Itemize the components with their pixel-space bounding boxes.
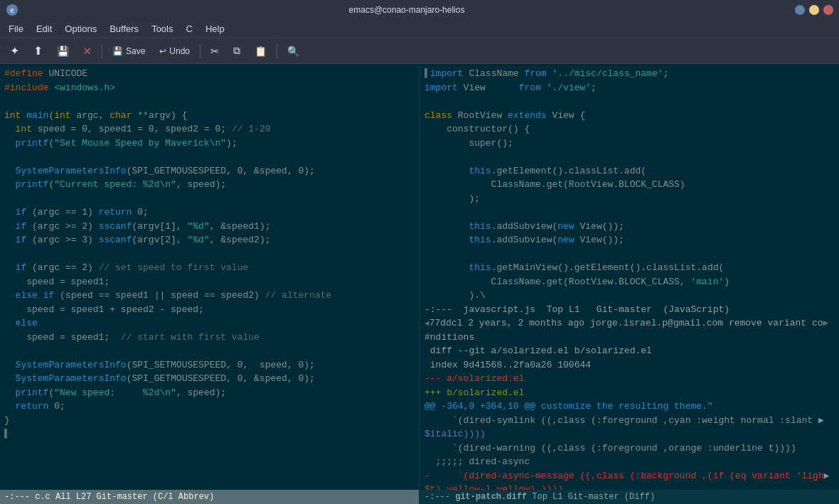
left-modeline-text: -:--- c.c All L27 Git-master (C/l Abbrev… xyxy=(4,492,214,502)
search-button[interactable]: 🔍 xyxy=(282,43,305,59)
close-file-icon: ✕ xyxy=(83,45,92,57)
undo-icon: ↩ xyxy=(159,46,166,56)
menu-help[interactable]: Help xyxy=(200,22,230,36)
menu-file[interactable]: File xyxy=(3,22,29,36)
menubar: File Edit Options Buffers Tools C Help xyxy=(0,20,839,38)
open-file-button[interactable]: ⬆ xyxy=(28,42,48,60)
paste-button[interactable]: 📋 xyxy=(249,43,272,59)
main-content: #define UNICODE #include <windows.h> int… xyxy=(0,64,839,504)
paste-icon: 📋 xyxy=(255,45,267,57)
save-icon: 💾 xyxy=(112,46,123,56)
menu-options[interactable]: Options xyxy=(59,22,102,36)
save-file-button[interactable]: 💾 xyxy=(51,43,75,59)
menu-tools[interactable]: Tools xyxy=(146,22,178,36)
left-code-content: #define UNICODE #include <windows.h> int… xyxy=(4,67,415,441)
save-label: Save xyxy=(126,46,145,56)
menu-c[interactable]: C xyxy=(180,22,198,36)
copy-button[interactable]: ⧉ xyxy=(228,43,246,59)
left-code-area[interactable]: #define UNICODE #include <windows.h> int… xyxy=(0,64,419,490)
new-file-button[interactable]: ✦ xyxy=(4,42,25,60)
open-file-icon: ⬆ xyxy=(33,44,43,58)
restore-button[interactable] xyxy=(809,5,819,15)
menu-buffers[interactable]: Buffers xyxy=(104,22,144,36)
svg-text:e: e xyxy=(10,7,14,15)
titlebar: e emacs@conao-manjaro-helios xyxy=(0,0,839,20)
toolbar-sep-3 xyxy=(277,44,277,58)
save-label-button[interactable]: 💾 Save xyxy=(107,44,151,58)
minimize-button[interactable] xyxy=(795,5,805,15)
window-title: emacs@conao-manjaro-helios xyxy=(18,5,795,15)
copy-icon: ⧉ xyxy=(233,45,240,57)
left-modeline: -:--- c.c All L27 Git-master (C/l Abbrev… xyxy=(0,490,419,504)
right-code-content: ▌import ClassName from '../misc/class_na… xyxy=(424,67,835,490)
close-button[interactable] xyxy=(823,5,833,15)
close-file-button[interactable]: ✕ xyxy=(78,43,97,59)
window-controls xyxy=(795,5,833,15)
cut-icon: ✂ xyxy=(210,45,219,57)
toolbar-sep-2 xyxy=(200,44,201,58)
undo-label: Undo xyxy=(169,46,190,56)
menu-edit[interactable]: Edit xyxy=(31,22,58,36)
new-file-icon: ✦ xyxy=(10,44,19,58)
toolbar-sep-1 xyxy=(102,44,102,58)
cut-button[interactable]: ✂ xyxy=(205,43,225,59)
right-code-area[interactable]: ▌import ClassName from '../misc/class_na… xyxy=(420,64,839,490)
save-file-icon: 💾 xyxy=(57,45,69,57)
undo-label-button[interactable]: ↩ Undo xyxy=(154,44,196,58)
titlebar-left: e xyxy=(6,4,18,16)
emacs-icon: e xyxy=(6,4,18,16)
right-modeline: -:--- git-patch.diff Top L1 Git-master (… xyxy=(420,490,839,504)
right-modeline-text: -:--- git-patch.diff Top L1 Git-master (… xyxy=(424,492,655,502)
right-editor-pane: ▌import ClassName from '../misc/class_na… xyxy=(420,64,839,504)
toolbar: ✦ ⬆ 💾 ✕ 💾 Save ↩ Undo ✂ ⧉ 📋 🔍 xyxy=(0,38,839,64)
left-editor-pane: #define UNICODE #include <windows.h> int… xyxy=(0,64,420,504)
search-icon: 🔍 xyxy=(287,45,299,57)
